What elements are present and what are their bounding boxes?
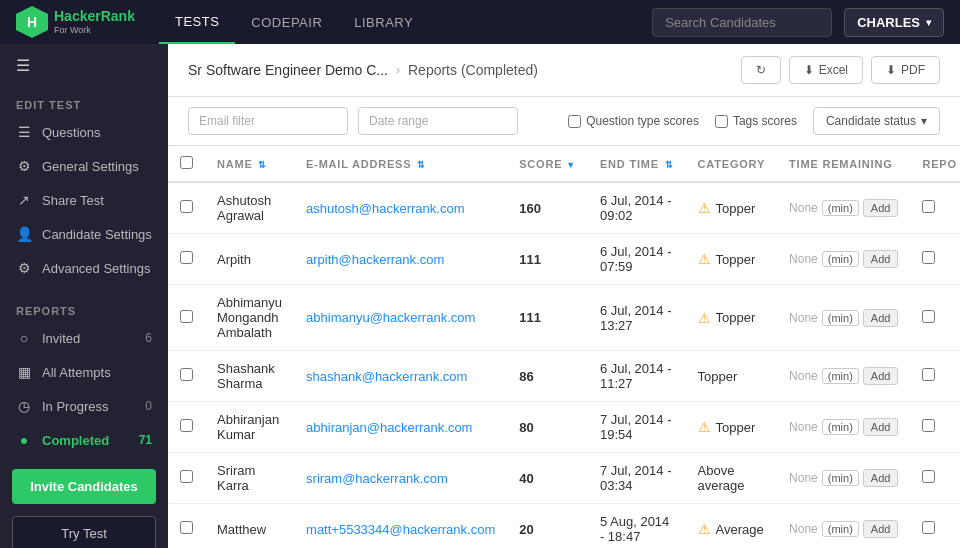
report-checkbox[interactable] xyxy=(922,368,935,381)
select-all-checkbox[interactable] xyxy=(180,156,193,169)
row-checkbox[interactable] xyxy=(180,470,193,483)
cell-end-time: 5 Aug, 2014 - 18:47 xyxy=(588,504,686,549)
completed-icon: ● xyxy=(16,432,32,448)
col-time-remaining: TIME REMAINING xyxy=(777,146,910,182)
email-link[interactable]: sriram@hackerrank.com xyxy=(306,471,448,486)
add-time-button[interactable]: Add xyxy=(863,309,899,327)
report-checkbox[interactable] xyxy=(922,251,935,264)
report-checkbox[interactable] xyxy=(922,310,935,323)
add-time-button[interactable]: Add xyxy=(863,250,899,268)
cell-report xyxy=(910,504,960,549)
tags-scores-label[interactable]: Tags scores xyxy=(715,114,797,128)
nav-codepair[interactable]: CODEPAIR xyxy=(235,0,338,44)
email-link[interactable]: shashank@hackerrank.com xyxy=(306,369,467,384)
time-none-label: None xyxy=(789,420,818,434)
row-checkbox[interactable] xyxy=(180,419,193,432)
row-checkbox[interactable] xyxy=(180,521,193,534)
cell-category: ⚠ Topper xyxy=(686,402,778,453)
email-link[interactable]: arpith@hackerrank.com xyxy=(306,252,444,267)
cell-report xyxy=(910,182,960,234)
row-checkbox[interactable] xyxy=(180,368,193,381)
sort-icon-3: ⇅ xyxy=(665,160,674,170)
add-time-button[interactable]: Add xyxy=(863,469,899,487)
row-checkbox[interactable] xyxy=(180,251,193,264)
category-label: Topper xyxy=(698,369,738,384)
table-row: Matthew matt+5533344@hackerrank.com 20 5… xyxy=(168,504,960,549)
email-filter-input[interactable] xyxy=(188,107,348,135)
table-row: Abhiranjan Kumar abhiranjan@hackerrank.c… xyxy=(168,402,960,453)
filter-checkboxes: Question type scores Tags scores Candida… xyxy=(568,107,940,135)
add-time-button[interactable]: Add xyxy=(863,520,899,538)
cell-time-remaining: None (min) Add xyxy=(777,351,910,402)
sort-icon: ⇅ xyxy=(258,160,267,170)
tags-scores-checkbox[interactable] xyxy=(715,115,728,128)
date-range-input[interactable] xyxy=(358,107,518,135)
search-input[interactable] xyxy=(652,8,832,37)
sidebar-item-all-attempts[interactable]: ▦ All Attempts xyxy=(0,355,168,389)
invite-candidates-button[interactable]: Invite Candidates xyxy=(12,469,156,504)
sort-icon-2: ⇅ xyxy=(417,160,426,170)
sidebar-label-share-test: Share Test xyxy=(42,193,104,208)
search-area xyxy=(652,8,832,37)
category-icon: ⚠ xyxy=(698,310,711,326)
sidebar-item-questions[interactable]: ☰ Questions xyxy=(0,115,168,149)
reports-section-label: REPORTS xyxy=(0,293,168,321)
cell-time-remaining: None (min) Add xyxy=(777,453,910,504)
candidate-status-dropdown[interactable]: Candidate status ▾ xyxy=(813,107,940,135)
breadcrumb-link[interactable]: Sr Software Engineer Demo C... xyxy=(188,62,388,78)
edit-test-section-label: EDIT TEST xyxy=(0,87,168,115)
cell-end-time: 7 Jul, 2014 - 19:54 xyxy=(588,402,686,453)
sidebar-label-questions: Questions xyxy=(42,125,101,140)
col-email[interactable]: E-MAIL ADDRESS ⇅ xyxy=(294,146,507,182)
email-link[interactable]: abhimanyu@hackerrank.com xyxy=(306,310,475,325)
report-checkbox[interactable] xyxy=(922,419,935,432)
email-link[interactable]: abhiranjan@hackerrank.com xyxy=(306,420,472,435)
pdf-button[interactable]: ⬇ PDF xyxy=(871,56,940,84)
sidebar-item-in-progress[interactable]: ◷ In Progress 0 xyxy=(0,389,168,423)
sidebar-item-completed[interactable]: ● Completed 71 xyxy=(0,423,168,457)
col-name[interactable]: NAME ⇅ xyxy=(205,146,294,182)
row-checkbox[interactable] xyxy=(180,200,193,213)
hamburger-icon[interactable]: ☰ xyxy=(0,44,168,87)
sidebar-label-all-attempts: All Attempts xyxy=(42,365,111,380)
row-checkbox-cell xyxy=(168,234,205,285)
email-link[interactable]: ashutosh@hackerrank.com xyxy=(306,201,464,216)
pdf-label: PDF xyxy=(901,63,925,77)
sidebar-item-candidate-settings[interactable]: 👤 Candidate Settings xyxy=(0,217,168,251)
report-checkbox[interactable] xyxy=(922,470,935,483)
excel-button[interactable]: ⬇ Excel xyxy=(789,56,863,84)
cell-name: Sriram Karra xyxy=(205,453,294,504)
report-checkbox[interactable] xyxy=(922,521,935,534)
table-row: Sriram Karra sriram@hackerrank.com 40 7 … xyxy=(168,453,960,504)
user-menu-button[interactable]: CHARLES ▾ xyxy=(844,8,944,37)
cell-name: Ashutosh Agrawal xyxy=(205,182,294,234)
email-link[interactable]: matt+5533344@hackerrank.com xyxy=(306,522,495,537)
candidates-table: NAME ⇅ E-MAIL ADDRESS ⇅ SCORE ▼ END TI xyxy=(168,146,960,548)
category-label: Topper xyxy=(716,420,756,435)
sidebar-item-general-settings[interactable]: ⚙ General Settings xyxy=(0,149,168,183)
nav-library[interactable]: LIBRARY xyxy=(338,0,429,44)
cell-report xyxy=(910,351,960,402)
sidebar-item-advanced-settings[interactable]: ⚙ Advanced Settings xyxy=(0,251,168,285)
category-icon: ⚠ xyxy=(698,200,711,216)
add-time-button[interactable]: Add xyxy=(863,367,899,385)
row-checkbox-cell xyxy=(168,504,205,549)
col-end-time[interactable]: END TIME ⇅ xyxy=(588,146,686,182)
question-type-scores-checkbox[interactable] xyxy=(568,115,581,128)
sidebar-item-invited[interactable]: ○ Invited 6 xyxy=(0,321,168,355)
col-report: REPO xyxy=(910,146,960,182)
sidebar-label-candidate-settings: Candidate Settings xyxy=(42,227,152,242)
nav-tests[interactable]: TESTS xyxy=(159,0,235,44)
report-checkbox[interactable] xyxy=(922,200,935,213)
add-time-button[interactable]: Add xyxy=(863,199,899,217)
row-checkbox[interactable] xyxy=(180,310,193,323)
refresh-button[interactable]: ↻ xyxy=(741,56,781,84)
sidebar-item-share-test[interactable]: ↗ Share Test xyxy=(0,183,168,217)
sort-arrow-active-icon: ▼ xyxy=(566,160,576,170)
question-type-scores-label[interactable]: Question type scores xyxy=(568,114,699,128)
add-time-button[interactable]: Add xyxy=(863,418,899,436)
try-test-button[interactable]: Try Test xyxy=(12,516,156,548)
category-label: Average xyxy=(716,522,764,537)
cell-name: Matthew xyxy=(205,504,294,549)
col-score[interactable]: SCORE ▼ xyxy=(507,146,588,182)
